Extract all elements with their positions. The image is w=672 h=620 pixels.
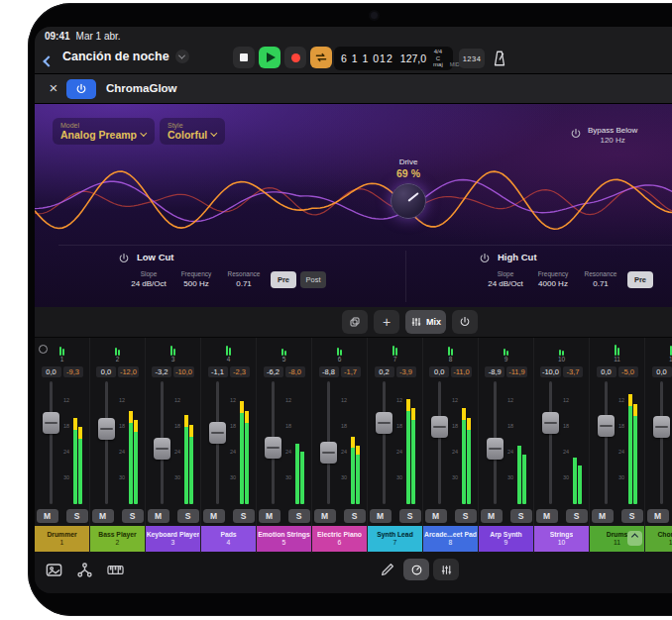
solo-button[interactable]: S [122, 509, 144, 523]
plugin-power-button[interactable] [66, 79, 96, 99]
track-label[interactable]: Chorus V12 [645, 526, 672, 552]
metronome-button[interactable] [491, 50, 508, 67]
add-plugin-button[interactable]: + [374, 310, 399, 334]
pan-value[interactable]: -8,8 [319, 366, 339, 377]
mute-button[interactable]: M [481, 509, 503, 523]
expand-track-button[interactable] [627, 531, 642, 546]
model-selector[interactable]: Model Analog Preamp [53, 118, 155, 145]
mix-view-button[interactable]: Mix [405, 310, 446, 334]
pan-value[interactable]: 0,0 [42, 366, 61, 377]
high-cut-frequency[interactable]: Frequency 4000 Hz [528, 270, 578, 290]
volume-value[interactable]: -11,0 [451, 366, 472, 377]
pan-value[interactable]: -6,2 [264, 366, 283, 377]
fader-handle[interactable] [98, 418, 115, 440]
edit-button[interactable] [380, 562, 395, 577]
pan-value[interactable]: 0,0 [652, 366, 672, 377]
fader-handle[interactable] [431, 416, 448, 438]
low-cut-pre-button[interactable]: Pre [271, 271, 296, 288]
fader-handle[interactable] [154, 438, 170, 460]
high-cut-pre-button[interactable]: Pre [627, 271, 653, 288]
pan-value[interactable]: -8,9 [485, 366, 504, 377]
record-button[interactable] [284, 47, 306, 68]
volume-value[interactable]: -12,0 [118, 366, 139, 377]
solo-button[interactable]: S [288, 509, 310, 523]
fader-handle[interactable] [653, 416, 670, 438]
mute-button[interactable]: M [425, 509, 447, 523]
solo-button[interactable]: S [510, 509, 532, 523]
track-label[interactable]: Synth Lead7 [368, 526, 422, 552]
solo-button[interactable]: S [455, 509, 477, 523]
mute-button[interactable]: M [647, 509, 669, 523]
fader-handle[interactable] [209, 422, 226, 444]
fader-handle[interactable] [43, 412, 59, 434]
song-menu-button[interactable] [175, 50, 189, 63]
low-cut-frequency[interactable]: Frequency 500 Hz [171, 270, 221, 290]
low-cut-slope[interactable]: Slope 24 dB/Oct [126, 270, 171, 290]
faders-view-button[interactable] [433, 559, 459, 580]
fader-handle[interactable] [265, 437, 281, 459]
pan-value[interactable]: -10,0 [540, 366, 561, 377]
mute-button[interactable]: M [148, 509, 169, 523]
back-button[interactable] [45, 52, 58, 65]
track-label[interactable]: Strings10 [534, 526, 589, 552]
bypass-below-control[interactable]: Bypass Below 120 Hz [570, 126, 637, 147]
solo-button[interactable]: S [566, 509, 588, 523]
keyboard-button[interactable] [106, 561, 125, 579]
master-strip-icon[interactable] [39, 345, 48, 354]
mute-button[interactable]: M [314, 509, 336, 523]
mute-button[interactable]: M [536, 509, 558, 523]
track-label[interactable]: Electric Piano6 [312, 526, 367, 552]
volume-value[interactable]: -10,0 [173, 366, 194, 377]
mute-button[interactable]: M [370, 509, 392, 523]
fader-handle[interactable] [598, 415, 615, 437]
solo-button[interactable]: S [233, 509, 255, 523]
low-cut-resonance[interactable]: Resonance 0.71 [221, 270, 267, 290]
fader-handle[interactable] [320, 442, 337, 464]
cycle-button[interactable] [310, 47, 332, 68]
volume-value[interactable]: -11,9 [506, 366, 527, 377]
volume-value[interactable]: -1,7 [341, 366, 361, 377]
count-in-button[interactable]: 1234 [459, 49, 485, 68]
pan-value[interactable]: -1,1 [208, 366, 228, 377]
high-cut-slope[interactable]: Slope 24 dB/Oct [483, 270, 528, 290]
mute-button[interactable]: M [259, 509, 280, 523]
solo-button[interactable]: S [621, 509, 643, 523]
routing-button[interactable] [75, 561, 94, 579]
controls-view-button[interactable] [403, 559, 429, 580]
volume-value[interactable]: -3,7 [563, 366, 583, 377]
mute-button[interactable]: M [92, 509, 114, 523]
track-label[interactable]: Pads4 [201, 526, 256, 552]
high-cut-power-icon[interactable] [479, 251, 491, 262]
solo-button[interactable]: S [399, 509, 421, 523]
track-label[interactable]: Bass Player2 [90, 526, 145, 552]
solo-button[interactable]: S [177, 509, 199, 523]
track-label[interactable]: Emotion Strings5 [257, 526, 311, 552]
stop-button[interactable] [233, 47, 255, 68]
high-cut-resonance[interactable]: Resonance 0.71 [578, 270, 623, 290]
fader-handle[interactable] [487, 438, 504, 460]
track-label[interactable]: Drums11 [590, 526, 644, 552]
track-label[interactable]: Drummer1 [35, 526, 89, 552]
track-label[interactable]: Keyboard Player3 [146, 526, 200, 552]
play-button[interactable] [259, 47, 280, 68]
fader-handle[interactable] [542, 412, 559, 434]
browser-button[interactable] [45, 561, 63, 579]
pan-value[interactable]: -3,2 [152, 366, 171, 377]
drive-knob[interactable] [391, 183, 426, 219]
pan-value[interactable]: 0,0 [597, 366, 616, 377]
solo-button[interactable]: S [344, 509, 366, 523]
pan-value[interactable]: 0,0 [429, 366, 449, 377]
fader-handle[interactable] [376, 412, 392, 434]
volume-value[interactable]: -5,0 [618, 366, 638, 377]
low-cut-power-icon[interactable] [118, 251, 130, 262]
mute-button[interactable]: M [37, 509, 58, 523]
volume-value[interactable]: -2,3 [230, 366, 250, 377]
lcd-display[interactable]: 6 1 1 012 127,0 4/4 C maj MIDI [334, 47, 453, 70]
duplicate-plugin-button[interactable] [342, 310, 368, 334]
volume-value[interactable]: -8,0 [285, 366, 305, 377]
track-label[interactable]: Arcade...eet Pad8 [423, 526, 478, 552]
style-selector[interactable]: Style Colorful [160, 118, 225, 145]
mute-button[interactable]: M [592, 509, 614, 523]
song-title[interactable]: Canción de noche [62, 50, 189, 63]
mixer-power-button[interactable] [452, 310, 478, 334]
